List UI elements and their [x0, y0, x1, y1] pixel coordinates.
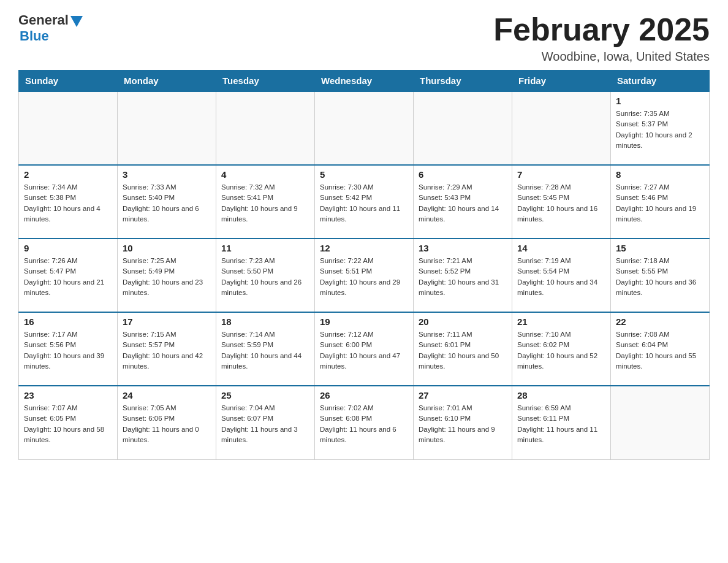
- calendar-cell: 13Sunrise: 7:21 AM Sunset: 5:52 PM Dayli…: [414, 239, 512, 312]
- calendar-cell: 18Sunrise: 7:14 AM Sunset: 5:59 PM Dayli…: [216, 312, 315, 386]
- calendar-cell: 10Sunrise: 7:25 AM Sunset: 5:49 PM Dayli…: [118, 239, 216, 312]
- column-header-sunday: Sunday: [19, 71, 118, 92]
- day-number: 23: [24, 390, 112, 400]
- day-number: 21: [517, 316, 605, 327]
- day-info: Sunrise: 7:14 AM Sunset: 5:59 PM Dayligh…: [221, 329, 309, 372]
- day-number: 26: [320, 390, 408, 400]
- day-number: 17: [123, 316, 211, 327]
- calendar-cell: 22Sunrise: 7:08 AM Sunset: 6:04 PM Dayli…: [611, 312, 710, 386]
- day-info: Sunrise: 7:29 AM Sunset: 5:43 PM Dayligh…: [419, 182, 507, 224]
- column-header-thursday: Thursday: [414, 71, 512, 92]
- day-number: 7: [517, 169, 605, 180]
- day-info: Sunrise: 7:25 AM Sunset: 5:49 PM Dayligh…: [123, 256, 211, 298]
- calendar-cell: 12Sunrise: 7:22 AM Sunset: 5:51 PM Dayli…: [315, 239, 414, 312]
- calendar-header-row: SundayMondayTuesdayWednesdayThursdayFrid…: [19, 71, 710, 92]
- column-header-wednesday: Wednesday: [315, 71, 414, 92]
- calendar-cell: 4Sunrise: 7:32 AM Sunset: 5:41 PM Daylig…: [216, 165, 315, 239]
- calendar-cell: 8Sunrise: 7:27 AM Sunset: 5:46 PM Daylig…: [611, 165, 710, 239]
- day-number: 22: [616, 316, 704, 327]
- logo: General Blue: [18, 12, 83, 44]
- day-info: Sunrise: 7:07 AM Sunset: 6:05 PM Dayligh…: [24, 403, 112, 445]
- day-info: Sunrise: 7:30 AM Sunset: 5:42 PM Dayligh…: [320, 182, 408, 224]
- week-row-4: 16Sunrise: 7:17 AM Sunset: 5:56 PM Dayli…: [19, 312, 710, 386]
- day-info: Sunrise: 7:05 AM Sunset: 6:06 PM Dayligh…: [123, 403, 211, 445]
- calendar-cell: 25Sunrise: 7:04 AM Sunset: 6:07 PM Dayli…: [216, 386, 315, 459]
- day-number: 8: [616, 169, 704, 180]
- column-header-friday: Friday: [512, 71, 611, 92]
- calendar-cell: 21Sunrise: 7:10 AM Sunset: 6:02 PM Dayli…: [512, 312, 611, 386]
- day-info: Sunrise: 7:34 AM Sunset: 5:38 PM Dayligh…: [24, 182, 112, 224]
- day-number: 2: [24, 169, 112, 180]
- week-row-1: 1Sunrise: 7:35 AM Sunset: 5:37 PM Daylig…: [19, 91, 710, 165]
- calendar-table: SundayMondayTuesdayWednesdayThursdayFrid…: [18, 70, 710, 460]
- calendar-cell: 24Sunrise: 7:05 AM Sunset: 6:06 PM Dayli…: [118, 386, 216, 459]
- calendar-cell: 28Sunrise: 6:59 AM Sunset: 6:11 PM Dayli…: [512, 386, 611, 459]
- calendar-cell: 1Sunrise: 7:35 AM Sunset: 5:37 PM Daylig…: [611, 91, 710, 165]
- day-number: 12: [320, 243, 408, 253]
- calendar-cell: 23Sunrise: 7:07 AM Sunset: 6:05 PM Dayli…: [19, 386, 118, 459]
- day-info: Sunrise: 7:32 AM Sunset: 5:41 PM Dayligh…: [221, 182, 309, 224]
- title-block: February 2025 Woodbine, Iowa, United Sta…: [493, 12, 710, 64]
- day-info: Sunrise: 6:59 AM Sunset: 6:11 PM Dayligh…: [517, 403, 605, 445]
- calendar-cell: 9Sunrise: 7:26 AM Sunset: 5:47 PM Daylig…: [19, 239, 118, 312]
- calendar-cell: 11Sunrise: 7:23 AM Sunset: 5:50 PM Dayli…: [216, 239, 315, 312]
- day-number: 25: [221, 390, 309, 400]
- calendar-location: Woodbine, Iowa, United States: [493, 50, 710, 64]
- day-number: 4: [221, 169, 309, 180]
- calendar-cell: 5Sunrise: 7:30 AM Sunset: 5:42 PM Daylig…: [315, 165, 414, 239]
- logo-arrow-icon: [70, 16, 83, 27]
- calendar-cell: [118, 91, 216, 165]
- day-info: Sunrise: 7:04 AM Sunset: 6:07 PM Dayligh…: [221, 403, 309, 445]
- calendar-cell: 20Sunrise: 7:11 AM Sunset: 6:01 PM Dayli…: [414, 312, 512, 386]
- calendar-cell: 6Sunrise: 7:29 AM Sunset: 5:43 PM Daylig…: [414, 165, 512, 239]
- calendar-cell: 14Sunrise: 7:19 AM Sunset: 5:54 PM Dayli…: [512, 239, 611, 312]
- day-info: Sunrise: 7:23 AM Sunset: 5:50 PM Dayligh…: [221, 256, 309, 298]
- calendar-cell: 16Sunrise: 7:17 AM Sunset: 5:56 PM Dayli…: [19, 312, 118, 386]
- calendar-cell: [315, 91, 414, 165]
- calendar-cell: 3Sunrise: 7:33 AM Sunset: 5:40 PM Daylig…: [118, 165, 216, 239]
- calendar-cell: 17Sunrise: 7:15 AM Sunset: 5:57 PM Dayli…: [118, 312, 216, 386]
- day-info: Sunrise: 7:08 AM Sunset: 6:04 PM Dayligh…: [616, 329, 704, 372]
- column-header-saturday: Saturday: [611, 71, 710, 92]
- day-number: 20: [419, 316, 507, 327]
- day-info: Sunrise: 7:12 AM Sunset: 6:00 PM Dayligh…: [320, 329, 408, 372]
- calendar-cell: 19Sunrise: 7:12 AM Sunset: 6:00 PM Dayli…: [315, 312, 414, 386]
- day-number: 6: [419, 169, 507, 180]
- calendar-cell: [414, 91, 512, 165]
- page-header: General Blue February 2025 Woodbine, Iow…: [18, 12, 710, 64]
- day-number: 1: [616, 96, 704, 106]
- day-info: Sunrise: 7:10 AM Sunset: 6:02 PM Dayligh…: [517, 329, 605, 372]
- logo-blue-text: Blue: [20, 28, 49, 44]
- calendar-cell: [216, 91, 315, 165]
- day-info: Sunrise: 7:11 AM Sunset: 6:01 PM Dayligh…: [419, 329, 507, 372]
- calendar-cell: [611, 386, 710, 459]
- day-number: 24: [123, 390, 211, 400]
- day-number: 19: [320, 316, 408, 327]
- day-info: Sunrise: 7:22 AM Sunset: 5:51 PM Dayligh…: [320, 256, 408, 298]
- day-info: Sunrise: 7:15 AM Sunset: 5:57 PM Dayligh…: [123, 329, 211, 372]
- calendar-cell: [512, 91, 611, 165]
- day-number: 10: [123, 243, 211, 253]
- day-info: Sunrise: 7:33 AM Sunset: 5:40 PM Dayligh…: [123, 182, 211, 224]
- calendar-cell: 15Sunrise: 7:18 AM Sunset: 5:55 PM Dayli…: [611, 239, 710, 312]
- day-info: Sunrise: 7:19 AM Sunset: 5:54 PM Dayligh…: [517, 256, 605, 298]
- week-row-2: 2Sunrise: 7:34 AM Sunset: 5:38 PM Daylig…: [19, 165, 710, 239]
- day-number: 14: [517, 243, 605, 253]
- calendar-cell: 26Sunrise: 7:02 AM Sunset: 6:08 PM Dayli…: [315, 386, 414, 459]
- day-info: Sunrise: 7:01 AM Sunset: 6:10 PM Dayligh…: [419, 403, 507, 445]
- day-info: Sunrise: 7:35 AM Sunset: 5:37 PM Dayligh…: [616, 109, 704, 151]
- logo-general-text: General: [18, 12, 69, 28]
- day-info: Sunrise: 7:27 AM Sunset: 5:46 PM Dayligh…: [616, 182, 704, 224]
- day-number: 27: [419, 390, 507, 400]
- day-number: 9: [24, 243, 112, 253]
- calendar-cell: 7Sunrise: 7:28 AM Sunset: 5:45 PM Daylig…: [512, 165, 611, 239]
- calendar-cell: 2Sunrise: 7:34 AM Sunset: 5:38 PM Daylig…: [19, 165, 118, 239]
- calendar-cell: [19, 91, 118, 165]
- day-number: 11: [221, 243, 309, 253]
- day-info: Sunrise: 7:21 AM Sunset: 5:52 PM Dayligh…: [419, 256, 507, 298]
- calendar-title: February 2025: [493, 12, 710, 47]
- day-number: 15: [616, 243, 704, 253]
- column-header-monday: Monday: [118, 71, 216, 92]
- column-header-tuesday: Tuesday: [216, 71, 315, 92]
- day-info: Sunrise: 7:18 AM Sunset: 5:55 PM Dayligh…: [616, 256, 704, 298]
